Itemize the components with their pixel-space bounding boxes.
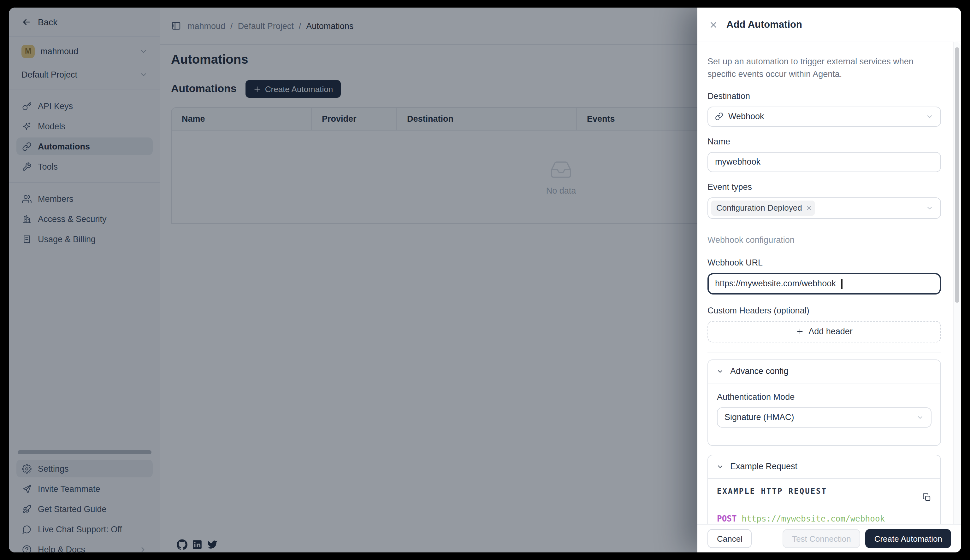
event-type-tag-label: Configuration Deployed [716, 203, 802, 213]
event-types-label: Event types [707, 181, 941, 193]
drawer-footer: Cancel Test Connection Create Automation [697, 524, 961, 552]
drawer-description: Set up an automation to trigger external… [707, 55, 941, 81]
chevron-down-icon [926, 204, 933, 212]
chevron-down-icon [716, 367, 724, 375]
link-icon [715, 112, 723, 120]
webhook-url-value: https://mywebsite.com/webhook [715, 279, 836, 288]
create-automation-submit-button[interactable]: Create Automation [866, 529, 951, 548]
example-request-body: EXAMPLE HTTP REQUEST POST https://mywebs… [708, 478, 940, 524]
event-types-select[interactable]: Configuration Deployed [707, 197, 941, 218]
http-url: https://mywebsite.com/webhook [741, 513, 885, 523]
cancel-button[interactable]: Cancel [707, 529, 752, 548]
test-connection-button[interactable]: Test Connection [783, 529, 860, 548]
destination-label: Destination [707, 90, 941, 102]
example-request-panel: Example Request EXAMPLE HTTP REQUEST POS… [707, 454, 941, 524]
http-method: POST [717, 513, 737, 523]
drawer-title: Add Automation [726, 19, 802, 30]
destination-select[interactable]: Webhook [707, 106, 941, 127]
plus-icon [796, 327, 804, 335]
event-type-tag: Configuration Deployed [711, 200, 815, 215]
drawer-header: Add Automation [697, 8, 961, 42]
drawer-scrollbar-thumb[interactable] [955, 47, 959, 303]
example-request-title: Example Request [730, 462, 798, 471]
auth-mode-value: Signature (HMAC) [724, 412, 911, 422]
custom-headers-label: Custom Headers (optional) [707, 304, 941, 317]
copy-icon[interactable] [922, 492, 932, 502]
remove-tag-icon[interactable] [806, 205, 812, 211]
advance-config-title: Advance config [730, 367, 789, 376]
webhook-config-heading: Webhook configuration [707, 233, 941, 246]
add-header-label: Add header [808, 327, 853, 336]
auth-mode-select[interactable]: Signature (HMAC) [717, 407, 932, 427]
advance-config-toggle[interactable]: Advance config [708, 360, 940, 383]
name-label: Name [707, 135, 941, 148]
auth-mode-label: Authentication Mode [717, 391, 932, 403]
drawer-body: Set up an automation to trigger external… [697, 42, 961, 524]
divider [707, 352, 941, 353]
close-icon[interactable] [709, 20, 718, 29]
advance-config-body: Authentication Mode Signature (HMAC) [708, 383, 940, 445]
example-request-toggle[interactable]: Example Request [708, 455, 940, 478]
webhook-url-label: Webhook URL [707, 257, 941, 269]
webhook-url-input[interactable]: https://mywebsite.com/webhook [707, 273, 941, 294]
add-header-button[interactable]: Add header [707, 321, 941, 342]
text-caret [841, 278, 843, 288]
chevron-down-icon [926, 113, 933, 120]
drawer-scrollbar[interactable] [953, 42, 961, 524]
example-request-line: POST https://mywebsite.com/webhook [717, 512, 932, 524]
add-automation-drawer: Add Automation Set up an automation to t… [697, 8, 961, 552]
name-input[interactable] [707, 152, 941, 172]
destination-value: Webhook [728, 112, 921, 121]
chevron-down-icon [916, 413, 924, 421]
app-window: Back M mahmoud Default Project API Key [9, 8, 961, 552]
chevron-down-icon [716, 463, 724, 470]
screen: Back M mahmoud Default Project API Key [0, 0, 970, 560]
advance-config-panel: Advance config Authentication Mode Signa… [707, 359, 941, 445]
example-code-label: EXAMPLE HTTP REQUEST [717, 486, 932, 496]
